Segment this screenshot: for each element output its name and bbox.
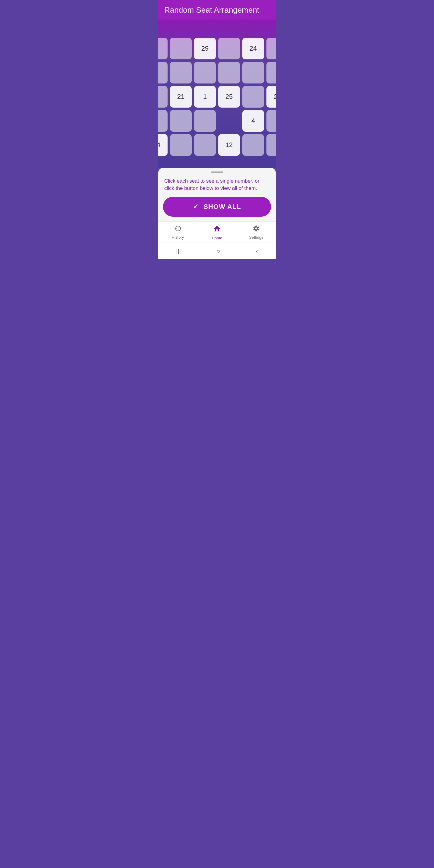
page-title: Random Seat Arrangement <box>164 5 259 14</box>
show-all-button[interactable]: ✓ SHOW ALL <box>163 197 271 217</box>
seat-cell[interactable] <box>158 62 167 84</box>
seat-cell[interactable]: 24 <box>242 38 264 59</box>
instructions-text: Click each seat to see a single number, … <box>158 175 276 197</box>
seat-cell[interactable] <box>218 62 240 84</box>
tab-settings-label: Settings <box>249 235 264 240</box>
seat-cell[interactable] <box>170 134 192 156</box>
drag-handle[interactable] <box>158 168 276 175</box>
seat-cell[interactable]: 26 <box>267 86 276 107</box>
history-icon <box>174 225 181 234</box>
nav-menu-icon: ||| <box>176 248 181 254</box>
seat-cell[interactable] <box>158 86 167 107</box>
tab-history-label: History <box>172 235 184 240</box>
home-icon <box>213 225 221 235</box>
tab-settings[interactable]: Settings <box>237 225 276 240</box>
seat-cell[interactable]: 1 <box>194 86 216 107</box>
seat-cell[interactable]: 14 <box>158 134 167 156</box>
nav-back-icon: ‹ <box>256 248 258 254</box>
seat-cell[interactable] <box>170 38 192 59</box>
seat-cell[interactable] <box>242 86 264 107</box>
tab-bar: History Home Settings <box>158 221 276 243</box>
seat-cell[interactable]: 29 <box>194 38 216 59</box>
nav-menu-button[interactable]: ||| <box>170 247 187 256</box>
tab-home-label: Home <box>212 236 222 240</box>
seat-cell[interactable] <box>242 134 264 156</box>
seat-cell[interactable] <box>242 62 264 84</box>
seat-cell[interactable] <box>194 62 216 84</box>
seat-cell[interactable] <box>158 110 167 132</box>
seat-cell[interactable] <box>267 134 276 156</box>
seat-cell[interactable] <box>194 134 216 156</box>
nav-home-icon: ○ <box>216 248 220 254</box>
android-nav-bar: ||| ○ ‹ <box>158 243 276 259</box>
seat-cell[interactable] <box>170 62 192 84</box>
seat-cell[interactable] <box>194 110 216 132</box>
check-icon: ✓ <box>193 203 198 211</box>
seat-cell[interactable] <box>170 110 192 132</box>
bottom-panel: Click each seat to see a single number, … <box>158 168 276 259</box>
tab-home[interactable]: Home <box>197 225 237 240</box>
seat-cell[interactable]: 4 <box>242 110 264 132</box>
main-content: 2924211252641412 <box>158 20 276 168</box>
drag-handle-bar <box>211 172 223 173</box>
seat-cell[interactable] <box>267 62 276 84</box>
app-header: Random Seat Arrangement <box>158 0 276 20</box>
settings-icon <box>253 225 260 234</box>
seat-cell[interactable]: 12 <box>218 134 240 156</box>
tab-history[interactable]: History <box>158 225 197 240</box>
seat-cell[interactable] <box>218 38 240 59</box>
nav-back-button[interactable]: ‹ <box>250 247 264 256</box>
nav-home-button[interactable]: ○ <box>210 247 226 256</box>
show-all-label: SHOW ALL <box>204 203 241 211</box>
seat-cell[interactable] <box>267 38 276 59</box>
seat-cell[interactable] <box>267 110 276 132</box>
seat-grid: 2924211252641412 <box>158 38 276 156</box>
seat-cell[interactable]: 25 <box>218 86 240 107</box>
seat-cell[interactable] <box>158 38 167 59</box>
seat-cell[interactable]: 21 <box>170 86 192 107</box>
